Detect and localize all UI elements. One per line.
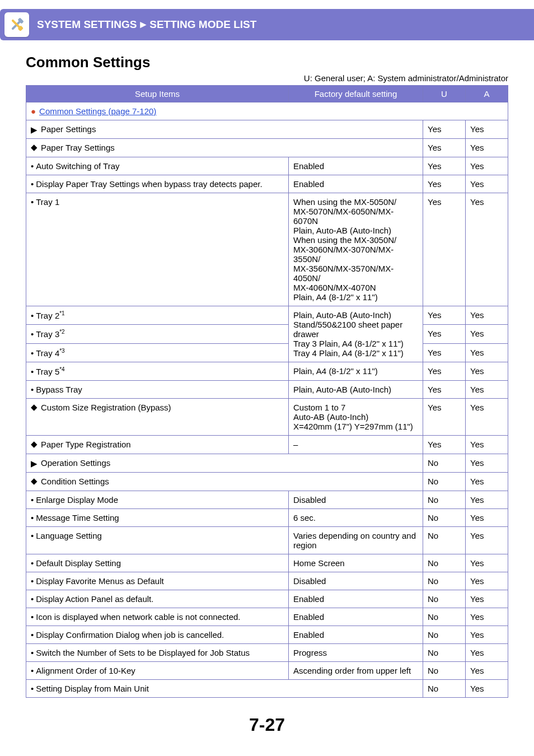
bullet-icon: • <box>31 179 34 189</box>
cell-label: •Display Confirmation Dialog when job is… <box>26 626 289 644</box>
table-row: •Tray 4*3 Yes Yes <box>26 343 508 362</box>
table-row: ◆Paper Tray Settings Yes Yes <box>26 139 508 157</box>
bullet-icon: • <box>31 558 34 568</box>
bullet-icon: • <box>31 513 34 522</box>
table-row: •Language Setting Varies depending on co… <box>26 527 508 554</box>
cell-label: •Icon is displayed when network cable is… <box>26 608 289 626</box>
diamond-icon: ◆ <box>31 439 38 449</box>
table-row: •Enlarge Display Mode Disabled No Yes <box>26 491 508 509</box>
cell-a: Yes <box>466 436 508 454</box>
th-default: Factory default setting <box>289 86 423 102</box>
bullet-icon: • <box>31 666 34 675</box>
cell-u: No <box>423 554 466 572</box>
cell-setting-display: •Setting Display from Main Unit <box>26 680 423 698</box>
page-number: 7-27 <box>26 715 508 735</box>
table-row: •Tray 1 When using the MX-5050N/ MX-5070… <box>26 193 508 306</box>
cell-label: •Tray 2*1 <box>26 306 289 325</box>
legend-text: U: General user; A: System administrator… <box>26 73 508 83</box>
cell-u: No <box>423 608 466 626</box>
th-u: U <box>423 86 466 102</box>
settings-tools-icon <box>4 12 29 37</box>
diamond-icon: ◆ <box>31 402 38 412</box>
page: SYSTEM SETTINGS►SETTING MODE LIST Common… <box>0 9 534 746</box>
cell-a: Yes <box>466 590 508 608</box>
breadcrumb-right: SETTING MODE LIST <box>149 18 256 30</box>
cell-default: Disabled <box>289 491 423 509</box>
cell-paper-settings: ▶Paper Settings <box>26 120 423 139</box>
cell-a: Yes <box>466 554 508 572</box>
bullet-icon: ● <box>31 106 36 116</box>
cell-u: Yes <box>423 399 466 436</box>
cell-a: Yes <box>466 491 508 509</box>
cell-a: Yes <box>466 120 508 139</box>
cell-u: No <box>423 509 466 527</box>
table-row: •Switch the Number of Sets to be Display… <box>26 644 508 662</box>
cell-u: No <box>423 644 466 662</box>
cell-a: Yes <box>466 644 508 662</box>
cell-default: When using the MX-5050N/ MX-5070N/MX-605… <box>289 193 423 306</box>
cell-default: 6 sec. <box>289 509 423 527</box>
cell-a: Yes <box>466 381 508 399</box>
breadcrumb-left: SYSTEM SETTINGS <box>37 18 137 30</box>
cell-a: Yes <box>466 175 508 193</box>
content: Common Settings U: General user; A: Syst… <box>0 54 534 746</box>
bullet-icon: • <box>31 329 34 339</box>
th-setup: Setup Items <box>26 86 289 102</box>
cell-u: Yes <box>423 120 466 139</box>
cell-default: Enabled <box>289 590 423 608</box>
cell-u: No <box>423 527 466 554</box>
cell-default: Home Screen <box>289 554 423 572</box>
cell-default: Enabled <box>289 175 423 193</box>
common-settings-link[interactable]: Common Settings (page 7-120) <box>39 106 156 116</box>
cell-u: No <box>423 491 466 509</box>
table-row: ◆Paper Type Registration – Yes Yes <box>26 436 508 454</box>
cell-top-link: ●Common Settings (page 7-120) <box>26 102 508 120</box>
bullet-icon: • <box>31 576 34 586</box>
bullet-icon: • <box>31 630 34 640</box>
cell-a: Yes <box>466 662 508 680</box>
cell-default: Disabled <box>289 572 423 590</box>
cell-a: Yes <box>466 157 508 175</box>
table-row: ◆Condition Settings No Yes <box>26 473 508 491</box>
cell-label: •Enlarge Display Mode <box>26 491 289 509</box>
table-row: •Default Display Setting Home Screen No … <box>26 554 508 572</box>
cell-a: Yes <box>466 608 508 626</box>
cell-u: No <box>423 662 466 680</box>
table-row: ◆Custom Size Registration (Bypass) Custo… <box>26 399 508 436</box>
cell-default: Ascending order from upper left <box>289 662 423 680</box>
cell-u: No <box>423 572 466 590</box>
breadcrumb-banner: SYSTEM SETTINGS►SETTING MODE LIST <box>0 9 534 40</box>
cell-a: Yes <box>466 193 508 306</box>
cell-condition: ◆Condition Settings <box>26 473 423 491</box>
cell-a: Yes <box>466 572 508 590</box>
cell-a: Yes <box>466 626 508 644</box>
cell-default: – <box>289 436 423 454</box>
table-header-row: Setup Items Factory default setting U A <box>26 86 508 102</box>
cell-a: Yes <box>466 454 508 473</box>
table-row: •Message Time Setting 6 sec. No Yes <box>26 509 508 527</box>
cell-label: •Default Display Setting <box>26 554 289 572</box>
chevron-right-icon: ► <box>138 18 148 31</box>
table-row: •Tray 5*4 Plain, A4 (8-1/2" x 11") Yes Y… <box>26 362 508 381</box>
cell-label: •Tray 4*3 <box>26 343 289 362</box>
cell-label: •Switch the Number of Sets to be Display… <box>26 644 289 662</box>
cell-default: Plain, Auto-AB (Auto-Inch) <box>289 381 423 399</box>
cell-default: Enabled <box>289 626 423 644</box>
bullet-icon: • <box>31 531 34 540</box>
cell-default: Enabled <box>289 157 423 175</box>
settings-table: Setup Items Factory default setting U A … <box>26 85 508 698</box>
cell-a: Yes <box>466 139 508 157</box>
cell-label: •Bypass Tray <box>26 381 289 399</box>
table-row: •Display Action Panel as default. Enable… <box>26 590 508 608</box>
bullet-icon: • <box>31 612 34 622</box>
cell-a: Yes <box>466 399 508 436</box>
cell-default: Progress <box>289 644 423 662</box>
cell-a: Yes <box>466 473 508 491</box>
th-a: A <box>466 86 508 102</box>
cell-label: •Alignment Order of 10-Key <box>26 662 289 680</box>
breadcrumb-text: SYSTEM SETTINGS►SETTING MODE LIST <box>37 18 256 31</box>
triangle-icon: ▶ <box>31 125 38 135</box>
cell-default: Enabled <box>289 608 423 626</box>
diamond-icon: ◆ <box>31 142 38 152</box>
cell-a: Yes <box>466 680 508 698</box>
